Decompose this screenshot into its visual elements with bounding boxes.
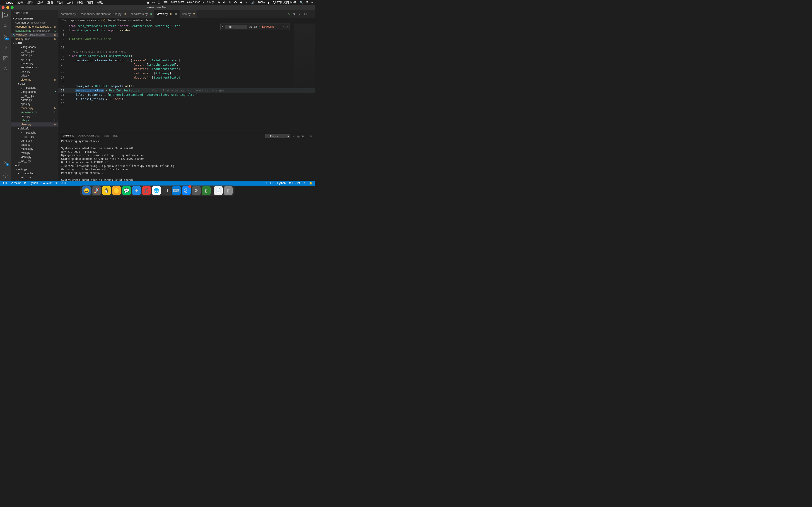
file-item[interactable]: serializers.pyU — [11, 110, 58, 114]
accounts-icon[interactable]: 1 — [3, 160, 8, 165]
git-branch[interactable]: ⎇ main* — [10, 181, 21, 185]
file-item[interactable]: admin.py — [11, 53, 58, 57]
regex-icon[interactable]: .* — [259, 25, 260, 28]
source-control-icon[interactable]: 10 — [3, 34, 8, 39]
folder-item[interactable]: ▾user — [11, 82, 58, 86]
breadcrumbs[interactable]: Blog› apps› user› views.py› ⬡ UserInfoVi… — [58, 18, 315, 23]
folder-item[interactable]: ▸migrations — [11, 45, 58, 49]
maximize-window-button[interactable] — [11, 6, 14, 9]
new-terminal-icon[interactable]: ＋ — [293, 135, 295, 138]
volume-icon[interactable]: 🔊 — [251, 1, 255, 4]
file-item[interactable]: apps.py — [11, 143, 58, 147]
open-editor-item[interactable]: ✕views.pyBlog/apps/userM — [11, 33, 58, 37]
trash-icon[interactable]: 🗑 — [223, 186, 233, 195]
file-item[interactable]: tests.py — [11, 151, 58, 155]
open-editor-item[interactable]: urls.pyBlogM — [11, 37, 58, 41]
find-selection-icon[interactable]: ≡ — [283, 25, 284, 28]
output-tab[interactable]: 输出 — [113, 134, 118, 138]
wifi-icon[interactable]: ᯤ — [245, 1, 248, 4]
file-item[interactable]: __init__.py — [11, 94, 58, 98]
editor-tab[interactable]: responseAuthenticationRule.pyM — [79, 10, 128, 18]
breadcrumb-item[interactable]: serializer_class — [133, 19, 151, 22]
wechat-icon[interactable]: 💬 — [122, 186, 131, 195]
python-env[interactable]: Python 3.9.4 64-bit — [30, 181, 52, 185]
debug-console-tab[interactable]: DEBUG CONSOLE — [78, 134, 100, 138]
editor-tab[interactable]: serializers.pyU — [128, 10, 154, 18]
dingtalk-icon[interactable]: ✈ — [132, 186, 141, 195]
file-item[interactable]: views.pyM — [11, 78, 58, 82]
menu-help[interactable]: 帮助 — [97, 0, 103, 5]
vscode-icon[interactable]: ⌨ — [172, 186, 181, 195]
editor-tab[interactable]: urls.pyM — [180, 10, 197, 18]
maximize-panel-icon[interactable]: ^ — [307, 135, 308, 137]
compare-icon[interactable]: ⇅ — [293, 12, 295, 16]
notifications-icon[interactable]: ≡ — [311, 1, 313, 4]
file-item[interactable]: __init__.py — [11, 175, 58, 179]
menu-window[interactable]: 窗口 — [87, 0, 93, 5]
open-editor-item[interactable]: common.pyBlog/settings — [11, 20, 58, 25]
qq-icon[interactable]: 🐧 — [102, 186, 111, 195]
chrome-icon[interactable]: 🌐 — [152, 186, 161, 195]
file-item[interactable]: apps.py — [11, 57, 58, 61]
file-item[interactable]: models.py — [11, 61, 58, 65]
folder-item[interactable]: ▸__pycache__ — [11, 130, 58, 135]
file-item[interactable]: __init__.py — [11, 49, 58, 53]
terminal-tab[interactable]: TERMINAL — [61, 134, 74, 138]
code-editor[interactable]: 6from rest_framework.filters import Sear… — [58, 23, 315, 133]
language-mode[interactable]: Python — [277, 181, 286, 185]
file-item[interactable]: admin.py — [11, 98, 58, 102]
menu-edit[interactable]: 编辑 — [28, 0, 33, 5]
find-expand-icon[interactable]: › — [222, 25, 223, 28]
eslint-status[interactable]: ⊘ ESLint — [289, 181, 300, 185]
date-time[interactable]: 5月27日 周四 14:41 — [272, 1, 296, 5]
close-panel-icon[interactable]: ✕ — [310, 135, 312, 138]
file-item[interactable]: serializers.py — [11, 65, 58, 69]
remote-icon[interactable]: �ମ — [2, 181, 7, 185]
open-editors-section[interactable]: ▾ OPEN EDITORS — [11, 16, 58, 20]
airplay-icon[interactable]: ▢ — [158, 1, 160, 4]
close-tab-icon[interactable]: ✕ — [174, 12, 177, 16]
split-icon[interactable]: ◫ — [304, 12, 307, 16]
document-icon[interactable]: 📄 — [214, 186, 223, 195]
control-center-icon[interactable]: ⠿ — [306, 1, 308, 4]
encoding[interactable]: UTF-8 — [266, 181, 274, 185]
icon2[interactable]: ☯ — [223, 1, 226, 4]
screenshare-icon[interactable]: ▭ — [152, 1, 155, 4]
file-item[interactable]: views.py — [11, 155, 58, 159]
app-menu[interactable]: Code — [6, 1, 13, 4]
menu-file[interactable]: 文件 — [17, 0, 23, 5]
file-item[interactable]: views.pyM — [11, 122, 58, 126]
timemachine-icon[interactable]: ↻ — [229, 1, 231, 4]
breadcrumb-item[interactable]: apps — [71, 19, 77, 22]
breadcrumb-item[interactable]: Blog — [62, 19, 67, 22]
sidebar-more-icon[interactable]: ⋯ — [53, 12, 56, 15]
split-terminal-icon[interactable]: ◫ — [297, 135, 300, 138]
app-icon[interactable]: 🟡 — [112, 186, 121, 195]
open-editor-item[interactable]: serializers.pyBlog/apps/userU — [11, 29, 58, 33]
breadcrumb-item[interactable]: views.py — [89, 19, 99, 22]
close-window-button[interactable] — [2, 6, 5, 9]
settings-icon[interactable] — [3, 173, 8, 178]
more-icon[interactable]: ⋯ — [310, 12, 312, 16]
launchpad-icon[interactable]: 🚀 — [92, 186, 101, 195]
problems-tab[interactable]: 问题 — [104, 134, 109, 138]
icon1[interactable]: ❖ — [217, 1, 220, 4]
file-item[interactable]: urls.pyU — [11, 118, 58, 122]
breadcrumb-item[interactable]: UserInfoViewset — [107, 19, 126, 22]
file-item[interactable]: tests.py — [11, 114, 58, 118]
minimize-window-button[interactable] — [6, 6, 9, 9]
finder-icon[interactable]: 😀 — [82, 186, 91, 195]
menu-terminal[interactable]: 终端 — [77, 0, 83, 5]
bluetooth-icon[interactable]: ⵔ — [234, 1, 237, 4]
file-item[interactable]: models.pyM — [11, 106, 58, 110]
test-icon[interactable] — [3, 66, 8, 72]
app2-icon[interactable]: ◐ — [202, 186, 211, 195]
terminal-output[interactable]: Performing system checks... System check… — [58, 138, 315, 181]
breadcrumb-item[interactable]: user — [80, 19, 86, 22]
match-word-icon[interactable]: ab — [254, 25, 257, 28]
menu-go[interactable]: 转到 — [57, 0, 63, 5]
folder-item[interactable]: ▸migrations• — [11, 90, 58, 94]
notifications-bell-icon[interactable]: 🔔 — [309, 181, 312, 185]
find-prev-icon[interactable]: ↑ — [276, 25, 277, 28]
problems-status[interactable]: ⓧ 0 ⚠ 0 — [55, 181, 66, 185]
